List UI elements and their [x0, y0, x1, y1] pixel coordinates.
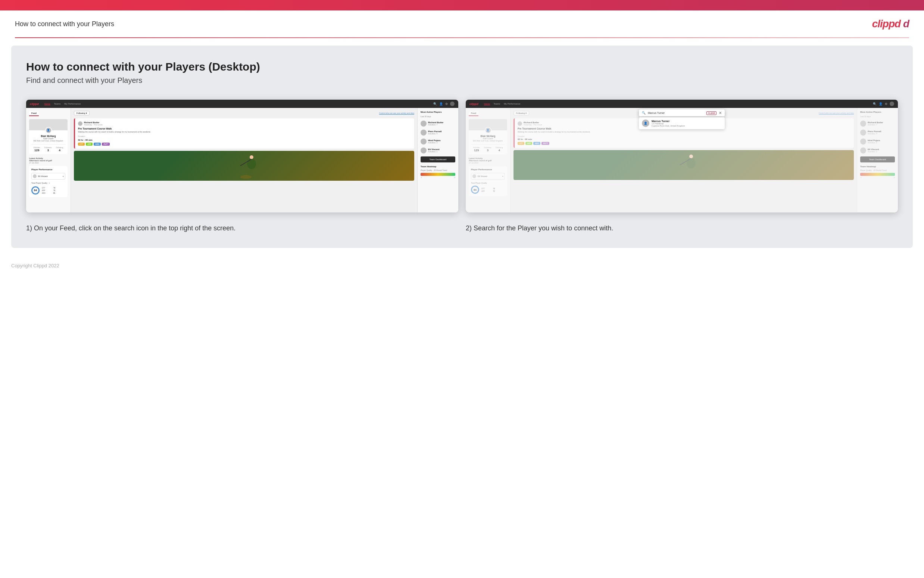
team-heatmap-sub-2: Player Quality · 20 Round Trend [860, 169, 895, 171]
score-circle-2: 84 [471, 185, 479, 194]
pl-avatar-1-4 [421, 148, 427, 153]
tag-putt-1: PUTT [102, 143, 110, 146]
following-btn-1[interactable]: Following ▾ [74, 111, 89, 115]
page-title: How to connect with your Players [15, 20, 114, 28]
most-active-subtitle-2: Last 30 days [860, 115, 895, 118]
pl-avatar-2-3 [860, 138, 866, 144]
user-avatar-1 [78, 121, 83, 126]
settings-icon-1[interactable]: ⚙ [445, 102, 448, 106]
activity-desc-2: Walking the course with my coach to buil… [518, 131, 851, 133]
player-item-1-2: Piers Parnell Activities: 4 [421, 130, 455, 136]
screenshot-1: clippd Home Teams My Performance 🔍 👤 ⚙ [26, 100, 458, 213]
nav-item-teams-1[interactable]: Teams [54, 103, 61, 105]
tag-row-1: OTT APP ARG PUTT [78, 143, 411, 146]
nav-item-myperformance-2[interactable]: My Performance [504, 103, 520, 105]
avatar-icon-1[interactable] [450, 102, 455, 106]
pl-info-1-1: Richard Butler Activities: 7 [428, 121, 455, 126]
copyright: Copyright Clippd 2022 [11, 263, 59, 268]
search-icon-1[interactable]: 🔍 [433, 102, 437, 106]
pl-avatar-2-4 [860, 148, 866, 153]
app-ui-2: clippd Home Teams My Performance 🔍 👤 ⚙ [466, 100, 898, 213]
tag-app-1: APP [86, 143, 92, 146]
person-icon-1[interactable]: 👤 [439, 102, 443, 106]
player-select-1[interactable]: Eli Vincent ▾ [31, 173, 65, 180]
feed-tab-2: Feed [469, 111, 478, 116]
most-active-subtitle-1: Last 30 days [421, 115, 455, 118]
feed-tab-1[interactable]: Feed [29, 111, 39, 116]
following-row-1: Following ▾ Control who can see your act… [74, 111, 414, 115]
svg-point-0 [247, 159, 256, 169]
team-heatmap-title-1: Team Heatmap [421, 166, 455, 168]
user-avatar-2 [518, 121, 522, 126]
nav-item-home-2[interactable]: Home [484, 103, 490, 105]
caption-2: 2) Search for the Player you wish to con… [466, 224, 898, 233]
main-title: How to connect with your Players (Deskto… [26, 60, 898, 73]
player-performance-1: Player Performance Eli Vincent ▾ Total P… [29, 166, 68, 197]
stat-bars-2: OTT 79 APP 70 [481, 188, 495, 193]
heatmap-bar-2 [860, 173, 895, 176]
pl-avatar-2-1 [860, 120, 866, 127]
nav-item-teams-2[interactable]: Teams [494, 103, 500, 105]
profile-info-2: Blair McHarg Golf Coach Mill Ride Golf C… [469, 130, 507, 154]
profile-stats-1: Activities 129 Followers 3 Following [31, 144, 65, 152]
right-panel-2: Most Active Players Last 30 days Richard… [857, 108, 898, 213]
top-bar [0, 0, 924, 10]
right-panel-1: Most Active Players Last 30 days Richard… [417, 108, 458, 213]
control-link-2: Control who can see your activity and da… [819, 112, 854, 114]
app-nav-icons-1: 🔍 👤 ⚙ [433, 102, 455, 106]
caption-1: 1) On your Feed, click on the search ico… [26, 224, 458, 233]
result-avatar-2: 👤 [642, 120, 649, 127]
most-active-title-1: Most Active Players [421, 111, 455, 113]
player-item-1-1: Richard Butler Activities: 7 [421, 120, 455, 127]
pl-avatar-1-1 [421, 120, 427, 127]
tag-app-2: APP [526, 142, 532, 145]
search-result-2[interactable]: 👤 Marcus Turner 1.5 Handicap Cypress Poi… [639, 117, 725, 129]
app-nav-items-1: Home Teams My Performance [44, 103, 81, 105]
score-row-1: 84 OTT 79 APP [31, 185, 65, 195]
search-overlay-wrapper: 🔍 Marcus Turner CLEAR ✕ 👤 Marcus Turner … [466, 108, 898, 213]
nav-item-home-1[interactable]: Home [44, 103, 50, 105]
search-text-2[interactable]: Marcus Turner [648, 112, 704, 114]
profile-card-1: 👤 Blair McHarg Golf Coach Mill Ride Golf… [29, 119, 68, 164]
tag-arg-1: ARG [94, 143, 101, 146]
search-icon-2[interactable]: 🔍 [873, 102, 877, 106]
team-dashboard-btn-1[interactable]: Team Dashboard [421, 156, 455, 162]
player-item-1-3: Hiral Pujara Activities: 3 [421, 138, 455, 144]
settings-icon-2[interactable]: ⚙ [885, 102, 887, 106]
heatmap-labels-1: -5 +5 [421, 177, 455, 179]
app-ui-1: clippd Home Teams My Performance 🔍 👤 ⚙ [26, 100, 458, 213]
control-link-1[interactable]: Control who can see your activity and da… [379, 112, 414, 114]
team-heatmap-title-2: Team Heatmap [860, 166, 895, 168]
nav-item-myperformance-1[interactable]: My Performance [64, 103, 81, 105]
clear-btn-2[interactable]: CLEAR [706, 111, 717, 115]
activity-desc-1: Walking the course with my coach to buil… [78, 131, 411, 133]
app-nav-icons-2: 🔍 👤 ⚙ [873, 102, 894, 106]
svg-point-1 [250, 155, 253, 159]
person-icon-2[interactable]: 👤 [879, 102, 883, 106]
avatar-icon-2[interactable] [890, 102, 894, 106]
svg-point-4 [687, 158, 696, 169]
heatmap-bar-1 [421, 173, 455, 176]
player-select-2: Eli Vincent ▾ [471, 173, 505, 180]
activity-header-1: Richard Butler Yesterday · The Grove [78, 121, 411, 126]
tag-ott-1: OTT [78, 143, 85, 146]
team-heatmap-sub-1: Player Quality · 20 Round Trend [421, 169, 455, 171]
duration-value-1: 02 hr : 00 min [78, 139, 411, 141]
player-item-2-3: Hiral Pujara Activities: 3 [860, 138, 895, 144]
score-circle-1: 84 [31, 186, 40, 195]
app-logo-1: clippd [30, 102, 39, 106]
center-panel-1: Following ▾ Control who can see your act… [71, 108, 417, 213]
pl-avatar-1-2 [421, 130, 427, 136]
logo: clippd d [872, 18, 909, 30]
profile-avatar-1: 👤 [45, 127, 52, 134]
main-content: How to connect with your Players (Deskto… [11, 45, 913, 248]
search-bar-2: 🔍 Marcus Turner CLEAR ✕ [639, 109, 725, 117]
player-item-2-1: Richard Butler Activities: 7 [860, 120, 895, 127]
screenshots-row: clippd Home Teams My Performance 🔍 👤 ⚙ [26, 100, 898, 213]
app-body-1: Feed 👤 Blair McHarg Golf Coach Mill Ride… [26, 108, 458, 213]
stat-following-1: Following 4 [56, 147, 63, 152]
app-logo-2: clippd [469, 102, 478, 106]
golfer-svg-1 [229, 153, 259, 181]
close-btn-2[interactable]: ✕ [719, 111, 722, 115]
activity-title-1: Pre Tournament Course Walk [78, 127, 411, 130]
